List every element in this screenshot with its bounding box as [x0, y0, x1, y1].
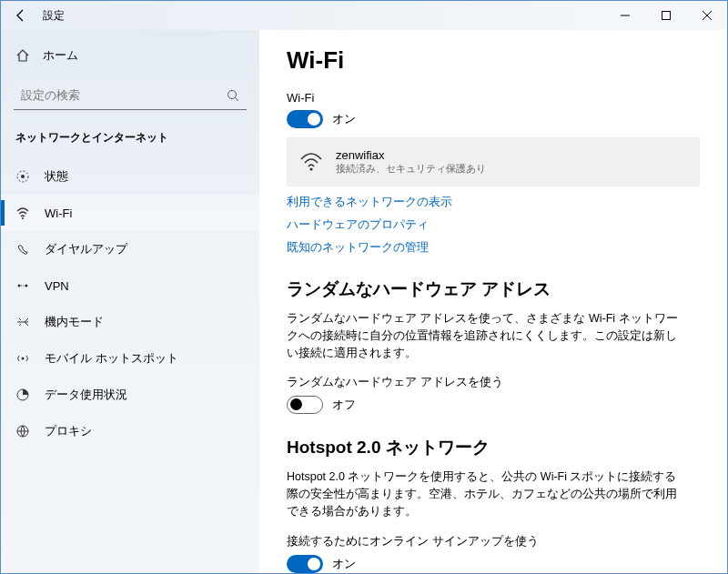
page-title: Wi-Fi [287, 46, 700, 75]
link-known-networks[interactable]: 既知のネットワークの管理 [287, 239, 700, 256]
hotspot-icon [15, 351, 30, 366]
maximize-button[interactable] [645, 1, 686, 30]
vpn-icon [15, 278, 30, 293]
search-box[interactable] [14, 81, 247, 110]
home-icon [15, 48, 30, 63]
data-usage-icon [15, 388, 30, 402]
wifi-toggle[interactable] [287, 110, 323, 128]
minimize-button[interactable] [604, 1, 645, 30]
sidebar-item-label: プロキシ [45, 423, 92, 439]
link-available-networks[interactable]: 利用できるネットワークの表示 [287, 194, 700, 210]
svg-point-15 [309, 167, 312, 170]
sidebar-item-label: データ使用状況 [45, 387, 127, 403]
sidebar-item-vpn[interactable]: VPN [1, 267, 259, 304]
svg-point-4 [228, 90, 237, 98]
sidebar-item-label: VPN [45, 279, 69, 293]
sidebar-item-label: ダイヤルアップ [45, 241, 127, 257]
home-button[interactable]: ホーム [1, 39, 259, 72]
sidebar-section-title: ネットワークとインターネット [1, 123, 259, 158]
network-status: 接続済み、セキュリティ保護あり [336, 162, 486, 176]
link-hardware-properties[interactable]: ハードウェアのプロパティ [287, 217, 700, 233]
random-hw-heading: ランダムなハードウェア アドレス [287, 277, 700, 301]
random-hw-toggle-state: オフ [332, 397, 356, 413]
svg-line-5 [236, 97, 239, 101]
sidebar-item-label: モバイル ホットスポット [45, 350, 178, 367]
random-hw-toggle[interactable] [287, 396, 323, 414]
hotspot20-heading: Hotspot 2.0 ネットワーク [287, 436, 700, 459]
hotspot20-toggle[interactable] [287, 555, 323, 573]
current-network-card[interactable]: zenwifiax 接続済み、セキュリティ保護あり [287, 137, 700, 186]
svg-point-7 [21, 175, 25, 178]
network-ssid: zenwifiax [336, 148, 486, 162]
search-icon [227, 89, 239, 102]
svg-point-12 [22, 357, 25, 360]
close-button[interactable] [686, 1, 727, 30]
sidebar-item-datausage[interactable]: データ使用状況 [1, 377, 259, 413]
wifi-signal-icon [299, 150, 323, 174]
back-button[interactable] [6, 8, 35, 23]
dialup-icon [15, 242, 30, 257]
sidebar-item-dialup[interactable]: ダイヤルアップ [1, 231, 259, 267]
wifi-icon [15, 206, 30, 220]
sidebar-item-wifi[interactable]: Wi-Fi [1, 195, 259, 231]
window-title: 設定 [43, 8, 65, 24]
sidebar-item-label: 状態 [45, 168, 68, 185]
titlebar: 設定 [1, 1, 727, 30]
status-icon [15, 169, 30, 184]
sidebar-item-hotspot[interactable]: モバイル ホットスポット [1, 340, 259, 377]
home-label: ホーム [43, 47, 78, 64]
hotspot20-toggle-state: オン [332, 556, 356, 572]
svg-rect-1 [662, 12, 670, 20]
proxy-icon [15, 424, 30, 438]
sidebar: ホーム ネットワークとインターネット 状態 Wi-Fi ダイヤルアップ VPN … [1, 30, 259, 573]
sidebar-item-airplane[interactable]: 機内モード [1, 304, 259, 340]
airplane-icon [15, 315, 30, 329]
wifi-toggle-state: オン [332, 111, 356, 127]
sidebar-item-status[interactable]: 状態 [1, 158, 259, 195]
hotspot20-desc: Hotspot 2.0 ネットワークを使用すると、公共の Wi-Fi スポットに… [287, 468, 678, 519]
svg-point-8 [22, 217, 24, 219]
sidebar-item-label: Wi-Fi [45, 206, 72, 220]
wifi-toggle-label: Wi-Fi [287, 91, 700, 105]
sidebar-item-label: 機内モード [45, 314, 104, 330]
sidebar-item-proxy[interactable]: プロキシ [1, 413, 259, 449]
hotspot20-toggle-label: 接続するためにオンライン サインアップを使う [287, 533, 700, 549]
random-hw-desc: ランダムなハードウェア アドレスを使って、さまざまな Wi-Fi ネットワークへ… [287, 310, 678, 361]
content-panel: Wi-Fi Wi-Fi オン zenwifiax 接続済み、セキュリティ保護あり… [259, 30, 727, 573]
search-input[interactable] [21, 88, 203, 102]
random-hw-toggle-label: ランダムなハードウェア アドレスを使う [287, 374, 700, 390]
